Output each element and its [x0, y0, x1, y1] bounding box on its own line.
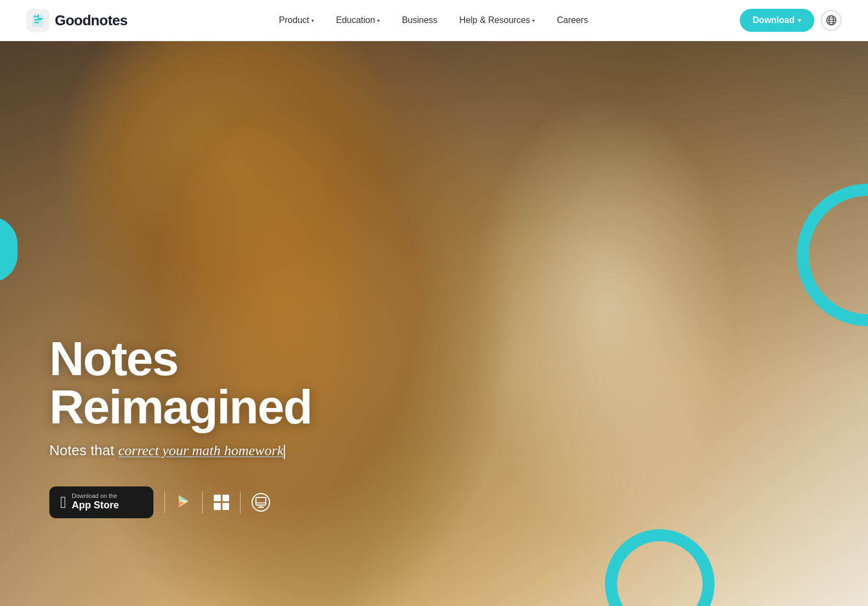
download-button[interactable]: Download ▾: [740, 9, 814, 32]
download-row:  Download on the App Store: [49, 486, 312, 518]
hero-title: Notes Reimagined: [49, 335, 312, 431]
nav-business[interactable]: Business: [393, 11, 446, 30]
nav-careers[interactable]: Careers: [548, 11, 597, 30]
windows-button[interactable]: [214, 495, 229, 510]
education-chevron-icon: ▾: [377, 18, 380, 24]
language-selector[interactable]: [821, 10, 842, 31]
nav-help-resources[interactable]: Help & Resources ▾: [450, 11, 544, 30]
nav-education[interactable]: Education ▾: [327, 11, 389, 30]
navbar: Goodnotes Product ▾ Education ▾ Business…: [0, 0, 868, 41]
app-store-button[interactable]:  Download on the App Store: [49, 486, 153, 518]
windows-square-4: [222, 503, 230, 510]
divider-3: [240, 491, 241, 513]
download-chevron-icon: ▾: [798, 17, 801, 24]
hero-dynamic-text: correct your math homework: [118, 443, 284, 458]
hero-subtitle: Notes that correct your math homework: [49, 442, 312, 459]
text-cursor: [284, 445, 285, 459]
windows-square-1: [214, 495, 221, 502]
hero-section: Notes Reimagined Notes that correct your…: [0, 41, 868, 606]
logo-wordmark: Goodnotes: [55, 12, 128, 29]
hero-person-image: [0, 41, 868, 606]
app-store-big-label: App Store: [72, 499, 119, 512]
web-button[interactable]: [252, 493, 270, 512]
divider-1: [164, 491, 165, 513]
logo[interactable]: Goodnotes: [26, 9, 128, 32]
hero-content: Notes Reimagined Notes that correct your…: [49, 335, 312, 518]
help-chevron-icon: ▾: [532, 18, 535, 24]
app-store-small-label: Download on the: [72, 493, 119, 499]
google-play-button[interactable]: [176, 494, 191, 511]
windows-square-3: [214, 503, 221, 510]
windows-square-2: [222, 495, 230, 502]
apple-icon: : [60, 493, 66, 512]
nav-right: Download ▾: [740, 9, 842, 32]
svg-rect-6: [256, 497, 266, 505]
product-chevron-icon: ▾: [311, 18, 314, 24]
nav-product[interactable]: Product ▾: [270, 11, 323, 30]
divider-2: [202, 491, 203, 513]
nav-links: Product ▾ Education ▾ Business Help & Re…: [270, 11, 597, 30]
